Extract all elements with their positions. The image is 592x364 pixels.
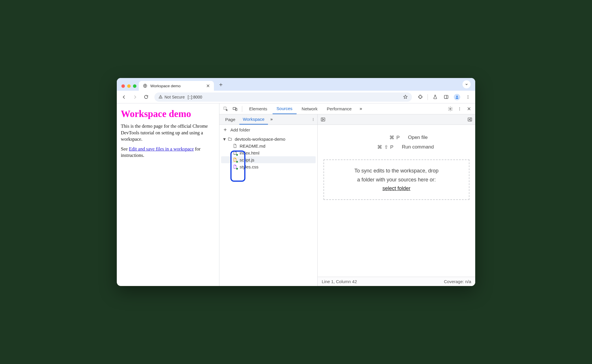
maximize-window-button[interactable] xyxy=(133,84,136,88)
svg-rect-9 xyxy=(224,107,226,109)
close-window-button[interactable] xyxy=(121,84,125,88)
browser-menu-button[interactable] xyxy=(464,93,472,101)
inspect-element-icon[interactable] xyxy=(222,105,230,113)
security-chip[interactable]: Not Secure xyxy=(158,95,185,99)
devtools-panel: Elements Sources Network Performance xyxy=(219,103,475,286)
chevron-down-icon: ▼ xyxy=(222,137,225,142)
file-name: script.js xyxy=(240,157,254,162)
navigator-subtabs: Page Workspace xyxy=(219,114,317,125)
svg-point-14 xyxy=(459,108,460,109)
editor-statusbar: Line 1, Column 42 Coverage: n/a xyxy=(318,277,475,286)
tab-sources[interactable]: Sources xyxy=(273,103,297,114)
more-subtabs-icon[interactable] xyxy=(269,118,274,121)
shortcut-label: Open file xyxy=(408,135,428,141)
page-paragraph-2: See Edit and save files in a workspace f… xyxy=(121,146,215,159)
show-debugger-icon[interactable] xyxy=(467,117,472,122)
webpage-viewport: Workspace demo This is the demo page for… xyxy=(117,103,219,286)
tree-root-folder[interactable]: ▼ devtools-workspace-demo xyxy=(221,136,316,142)
browser-window: Workspace demo ✕ ＋ Not Secure [::]:8000 xyxy=(117,78,475,286)
select-folder-link[interactable]: select folder xyxy=(382,185,410,191)
close-devtools-icon[interactable] xyxy=(465,105,473,113)
tabs-dropdown-button[interactable] xyxy=(462,80,471,88)
svg-point-6 xyxy=(468,95,468,96)
workspace-dropzone[interactable]: To sync edits to the workspace, drop a f… xyxy=(323,159,469,200)
tab-network[interactable]: Network xyxy=(298,103,322,114)
cursor-position: Line 1, Column 42 xyxy=(322,279,357,284)
browser-toolbar: Not Secure [::]:8000 xyxy=(117,91,475,103)
subtab-workspace[interactable]: Workspace xyxy=(239,114,268,125)
page-heading: Workspace demo xyxy=(121,109,215,119)
sources-navigator: Page Workspace Add folder xyxy=(219,114,318,286)
minimize-window-button[interactable] xyxy=(127,84,131,88)
page-paragraph-1: This is the demo page for the official C… xyxy=(121,123,215,142)
svg-point-16 xyxy=(313,118,314,119)
bookmark-icon[interactable] xyxy=(403,94,408,99)
js-file-icon xyxy=(233,157,237,162)
toolbar-separator xyxy=(428,94,428,100)
not-secure-label: Not Secure xyxy=(164,95,185,99)
show-navigator-icon[interactable] xyxy=(321,117,325,122)
forward-button[interactable] xyxy=(131,93,139,101)
tabbar-separator xyxy=(242,106,242,112)
svg-rect-3 xyxy=(444,95,448,99)
tab-performance[interactable]: Performance xyxy=(323,103,356,114)
folder-name: devtools-workspace-demo xyxy=(235,137,285,142)
avatar-icon xyxy=(454,94,460,100)
svg-point-7 xyxy=(468,96,468,97)
svg-point-8 xyxy=(468,98,468,99)
labs-icon[interactable] xyxy=(431,93,439,101)
shortcut-keys: ⌘ P xyxy=(365,135,400,141)
add-folder-label: Add folder xyxy=(230,127,250,132)
navigator-menu-icon[interactable] xyxy=(311,118,315,121)
side-panel-icon[interactable] xyxy=(442,93,450,101)
tutorial-link[interactable]: Edit and save files in a workspace xyxy=(129,146,194,152)
file-name: README.md xyxy=(240,144,265,148)
file-name: index.html xyxy=(240,151,259,155)
tree-file-script[interactable]: script.js xyxy=(221,156,316,163)
folder-icon xyxy=(227,137,232,141)
more-tabs-icon[interactable] xyxy=(357,105,365,113)
tab-elements[interactable]: Elements xyxy=(245,103,271,114)
close-tab-button[interactable]: ✕ xyxy=(206,83,210,89)
svg-point-12 xyxy=(450,108,451,109)
tree-file-styles[interactable]: styles.css xyxy=(221,163,316,170)
profile-button[interactable] xyxy=(453,93,461,101)
shortcut-open-file: ⌘ P Open file xyxy=(323,133,469,142)
add-folder-button[interactable]: Add folder xyxy=(219,125,317,135)
css-file-icon xyxy=(233,164,237,169)
url-text: [::]:8000 xyxy=(188,95,202,99)
address-bar[interactable]: Not Secure [::]:8000 xyxy=(154,92,412,102)
tab-strip: Workspace demo ✕ ＋ xyxy=(117,78,475,91)
globe-icon xyxy=(143,83,147,88)
new-tab-button[interactable]: ＋ xyxy=(214,81,225,91)
svg-point-13 xyxy=(459,107,460,108)
dropzone-text-2: a folder with your sources here or: xyxy=(331,175,462,184)
window-controls xyxy=(120,84,139,91)
devtools-menu-icon[interactable] xyxy=(456,105,464,113)
shortcut-label: Run command xyxy=(402,144,434,150)
tree-file-readme[interactable]: README.md xyxy=(221,142,316,149)
browser-tab[interactable]: Workspace demo ✕ xyxy=(139,81,214,91)
svg-point-2 xyxy=(160,98,161,98)
html-file-icon xyxy=(233,150,237,155)
svg-point-18 xyxy=(313,120,314,121)
svg-point-17 xyxy=(313,119,314,120)
reload-button[interactable] xyxy=(142,93,150,101)
tree-file-index[interactable]: index.html xyxy=(221,149,316,156)
shortcut-keys: ⌘ ⇧ P xyxy=(359,144,394,150)
extensions-icon[interactable] xyxy=(416,93,425,101)
device-toolbar-icon[interactable] xyxy=(231,105,239,113)
content-area: Workspace demo This is the demo page for… xyxy=(117,103,475,286)
file-name: styles.css xyxy=(240,164,258,169)
svg-point-15 xyxy=(459,110,460,110)
file-tree: ▼ devtools-workspace-demo README xyxy=(219,135,317,172)
file-icon xyxy=(233,143,237,148)
subtab-page[interactable]: Page xyxy=(222,114,239,125)
editor-tabbar xyxy=(318,114,475,125)
devtools-tabbar: Elements Sources Network Performance xyxy=(219,103,475,114)
shortcut-run-command: ⌘ ⇧ P Run command xyxy=(323,142,469,152)
back-button[interactable] xyxy=(120,93,128,101)
svg-point-5 xyxy=(456,96,458,97)
settings-icon[interactable] xyxy=(446,105,454,113)
tab-title: Workspace demo xyxy=(150,84,181,88)
